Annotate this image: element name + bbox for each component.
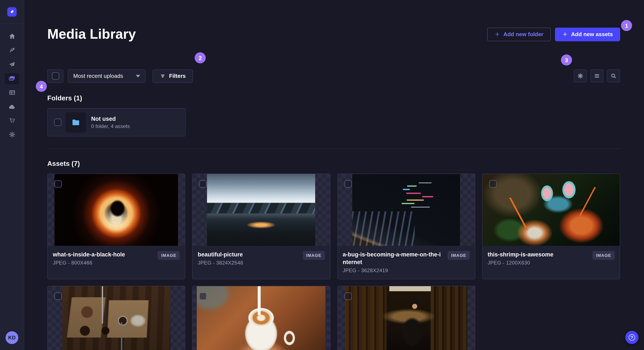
annotation-badge-4: 4 (36, 81, 47, 92)
help-fab-button[interactable]: ? (625, 331, 638, 344)
gear-icon (5, 129, 19, 140)
asset-info: this-shrimp-is-awesome JPEG - 1200X630 I… (482, 246, 620, 279)
asset-card[interactable]: this-shrimp-is-awesome JPEG - 1200X630 I… (482, 174, 620, 280)
folder-card[interactable]: Not used 0 folder, 4 assets (47, 108, 186, 137)
sidebar-logo-area (0, 0, 24, 24)
asset-grid: what-s-inside-a-black-hole JPEG - 800X46… (47, 174, 620, 350)
asset-thumbnail-area (48, 286, 185, 350)
sidebar-item-home[interactable] (0, 29, 24, 43)
media-library-icon (5, 73, 19, 84)
sidebar-item-content-builder[interactable] (0, 43, 24, 57)
asset-checkbox[interactable] (344, 293, 352, 300)
sidebar-item-settings[interactable] (0, 128, 24, 142)
page-header: Media Library Add new folder Add new ass… (47, 17, 620, 52)
asset-checkbox[interactable] (200, 293, 207, 300)
asset-thumbnail (352, 174, 460, 246)
media-library-page: KD Media Library Add new folder Add new … (0, 0, 644, 350)
add-new-folder-label: Add new folder (504, 31, 544, 38)
user-avatar[interactable]: KD (6, 331, 18, 344)
folders-heading: Folders (1) (47, 94, 620, 103)
asset-thumbnail (482, 174, 620, 246)
sidebar-nav (0, 24, 24, 142)
sidebar: KD (0, 0, 24, 350)
view-options (574, 70, 620, 83)
sidebar-item-content-manager[interactable] (0, 85, 24, 100)
grid-settings-button[interactable] (574, 70, 587, 83)
asset-info: a-bug-is-becoming-a-meme-on-the-internet… (338, 246, 475, 279)
asset-meta: JPEG - 3628X2419 (343, 268, 444, 274)
asset-title: what-s-inside-a-black-hole (53, 251, 154, 259)
asset-card[interactable]: what-s-inside-a-black-hole JPEG - 800X46… (47, 174, 186, 280)
asset-title: beautiful-picture (198, 251, 300, 259)
asset-type-badge: IMAGE (302, 251, 325, 260)
sidebar-item-deploy[interactable] (0, 100, 24, 114)
asset-checkbox[interactable] (344, 180, 352, 188)
header-actions: Add new folder Add new assets (487, 28, 620, 41)
strapi-logo[interactable] (7, 7, 16, 16)
folder-checkbox[interactable] (54, 119, 61, 126)
asset-checkbox[interactable] (490, 180, 497, 188)
asset-thumbnail (197, 286, 326, 350)
sidebar-item-media-library[interactable] (0, 71, 24, 85)
search-icon (610, 73, 617, 79)
annotation-badge-1: 1 (621, 20, 632, 31)
select-all-checkbox-button[interactable] (47, 69, 64, 83)
asset-thumbnail-area (338, 286, 475, 350)
folder-thumbnail (66, 112, 86, 133)
filters-label: Filters (169, 73, 186, 79)
cloud-icon (5, 101, 19, 112)
asset-thumbnail-area (338, 174, 475, 246)
sort-dropdown-value: Most recent uploads (73, 73, 136, 79)
settings-gear-icon (577, 73, 584, 79)
list-view-button[interactable] (590, 70, 604, 83)
assets-heading: Assets (7) (47, 160, 620, 168)
plus-icon (562, 32, 568, 37)
asset-texts: what-s-inside-a-black-hole JPEG - 800X46… (53, 251, 154, 266)
asset-card[interactable]: the-internet-s-own-boy JPEG - 1200X707 I… (337, 286, 475, 350)
add-new-assets-button[interactable]: Add new assets (555, 28, 620, 41)
add-new-folder-button[interactable]: Add new folder (487, 28, 551, 41)
asset-meta: JPEG - 3824X2548 (198, 260, 300, 266)
asset-info: beautiful-picture JPEG - 3824X2548 IMAGE (193, 246, 330, 279)
list-view-icon (594, 73, 600, 79)
select-all-checkbox[interactable] (52, 72, 59, 80)
plus-icon (494, 32, 500, 37)
asset-title: this-shrimp-is-awesome (488, 251, 589, 259)
asset-thumbnail-area (482, 174, 620, 246)
asset-checkbox[interactable] (200, 180, 207, 188)
asset-info: what-s-inside-a-black-hole JPEG - 800X46… (48, 246, 185, 279)
asset-type-badge: IMAGE (158, 251, 180, 260)
home-icon (5, 31, 19, 42)
cart-icon (5, 115, 19, 126)
annotation-badge-2: 2 (195, 52, 206, 63)
sort-dropdown[interactable]: Most recent uploads (68, 69, 146, 83)
sidebar-item-marketplace[interactable] (0, 114, 24, 128)
page-title: Media Library (47, 26, 487, 43)
folder-icon (71, 118, 80, 127)
add-new-assets-label: Add new assets (571, 31, 613, 38)
chevron-down-icon (136, 75, 140, 77)
search-button[interactable] (607, 70, 620, 83)
asset-card[interactable]: coffee-beans JPEG - 5021X3347 IMAGE (47, 286, 186, 350)
asset-texts: beautiful-picture JPEG - 3824X2548 (198, 251, 300, 266)
folder-text: Not used 0 folder, 4 assets (91, 115, 130, 130)
asset-title: a-bug-is-becoming-a-meme-on-the-internet (343, 251, 444, 266)
asset-card[interactable]: a-bug-is-becoming-a-meme-on-the-internet… (337, 174, 475, 280)
asset-type-badge: IMAGE (448, 251, 470, 260)
annotation-badge-3: 3 (561, 54, 572, 65)
asset-card[interactable]: beautiful-picture JPEG - 3824X2548 IMAGE (192, 174, 330, 280)
asset-thumbnail (62, 286, 170, 350)
folder-subtitle: 0 folder, 4 assets (91, 123, 130, 130)
folder-title: Not used (91, 115, 130, 122)
asset-checkbox[interactable] (54, 293, 62, 300)
question-mark-icon: ? (629, 334, 635, 341)
feather-icon (5, 45, 19, 56)
asset-thumbnail-area (48, 174, 185, 246)
sidebar-item-releases[interactable] (0, 57, 24, 71)
asset-card[interactable]: coffee-art JPEG - 5824X3259 IMAGE (192, 286, 330, 350)
asset-thumbnail-area (193, 286, 330, 350)
asset-thumbnail (345, 286, 467, 350)
asset-checkbox[interactable] (54, 180, 62, 188)
filters-button[interactable]: Filters (152, 69, 193, 83)
asset-meta: JPEG - 1200X630 (488, 260, 589, 266)
